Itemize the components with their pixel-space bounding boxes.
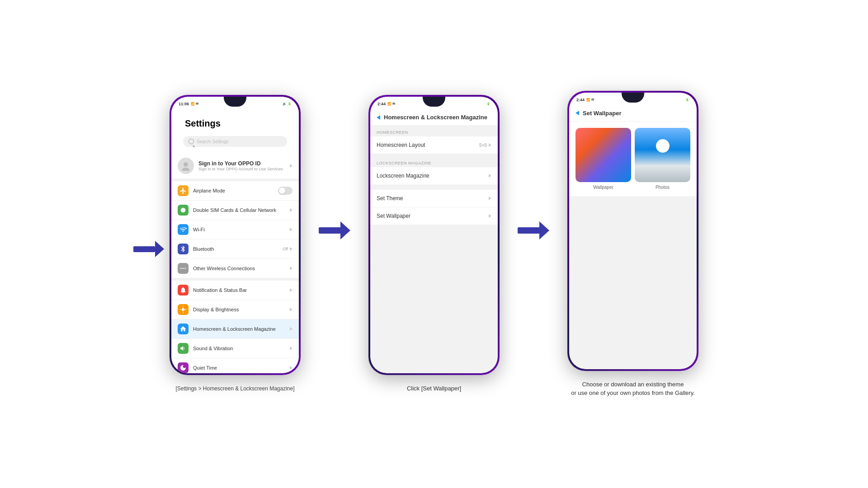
- settings-item-display[interactable]: Display & Brightness: [171, 300, 299, 319]
- phone2-frame: 2:44 📶 ✉ 🔋 Homescreen & Lockscreen Magaz…: [368, 95, 500, 375]
- bluetooth-label: Bluetooth: [193, 246, 278, 252]
- settings-item-quiet[interactable]: Quiet Time: [171, 358, 299, 373]
- set-theme-label: Set Theme: [377, 195, 403, 202]
- left-arrow-indicator: [133, 241, 164, 257]
- svg-point-2: [181, 208, 186, 213]
- account-sub: Sign in to Your OPPO Account to Use Serv…: [198, 167, 285, 171]
- quiet-label: Quiet Time: [193, 365, 285, 371]
- display-icon: [178, 304, 189, 315]
- lockscreen-menu-group: Lockscreen Magazine: [370, 167, 498, 184]
- lockscreen-magazine-item[interactable]: Lockscreen Magazine: [370, 167, 498, 184]
- lockscreen-magazine-label: Lockscreen Magazine: [377, 173, 429, 179]
- set-theme-item[interactable]: Set Theme: [370, 190, 498, 207]
- arrow-2: [518, 224, 549, 264]
- sim-icon: [178, 205, 189, 216]
- big-arrow-1: [319, 224, 350, 237]
- phone3-section: 2:44 📶 ✉ 🔋 Set Wallpaper: [567, 91, 698, 398]
- phone1-section: 11:06 📶 ✉ 🔊 🔋: [170, 95, 301, 393]
- svg-point-4: [183, 268, 184, 269]
- phone3-time: 2:44 📶 ✉: [576, 98, 594, 102]
- wireless-chevron: [290, 267, 292, 270]
- wallpaper-label-1: Wallpaper: [593, 185, 613, 190]
- settings-screen: Settings Search Settings: [171, 109, 299, 373]
- sim-label: Double SIM Cards & Cellular Network: [193, 207, 285, 213]
- search-bar[interactable]: Search Settings: [183, 136, 287, 147]
- settings-item-wifi[interactable]: Wi-Fi: [171, 220, 299, 239]
- settings-item-wireless[interactable]: Other Wireless Connections: [171, 259, 299, 278]
- sim-chevron: [290, 208, 292, 212]
- phone2-content: HOMESCREEN Homescreen Layout 5×6: [370, 126, 498, 373]
- account-text: Sign in to Your OPPO ID Sign in to Your …: [198, 160, 285, 171]
- avatar: [178, 158, 194, 174]
- wifi-chevron: [290, 228, 292, 231]
- wifi-icon: [178, 224, 189, 235]
- phone2-title: Homescreen & Lockscreen Magazine: [384, 114, 491, 121]
- homescreen-layout-label: Homescreen Layout: [377, 142, 425, 148]
- phone3-inner: 2:44 📶 ✉ 🔋 Set Wallpaper: [569, 93, 697, 369]
- phone2-header: Homescreen & Lockscreen Magazine: [370, 109, 498, 126]
- airplane-icon: [178, 185, 189, 196]
- phone2-screen: 2:44 📶 ✉ 🔋 Homescreen & Lockscreen Magaz…: [370, 97, 498, 373]
- homescreen-menu-group: Homescreen Layout 5×6: [370, 136, 498, 154]
- big-arrow-2: [518, 224, 549, 237]
- arrow-body: [133, 246, 155, 252]
- settings-item-homescreen[interactable]: Homescreen & Lockscreen Magazine: [171, 319, 299, 339]
- sound-icon: [178, 343, 189, 354]
- notification-label: Notification & Status Bar: [193, 287, 285, 293]
- account-chevron: [290, 164, 292, 168]
- settings-title-bar: Settings Search Settings: [171, 109, 299, 153]
- settings-item-airplane[interactable]: Airplane Mode: [171, 181, 299, 201]
- wallpaper-thumb-1: [576, 128, 631, 182]
- quiet-icon: [178, 362, 189, 373]
- wallpaper-label-2: Photos: [656, 185, 670, 190]
- bluetooth-chevron: [290, 247, 292, 251]
- arrow-1: [319, 224, 350, 264]
- phone3-back-button[interactable]: [576, 111, 579, 115]
- wallpaper-grid: Wallpaper Photos: [569, 122, 697, 196]
- settings-group-1: Airplane Mode: [171, 181, 299, 278]
- main-container: 11:06 📶 ✉ 🔊 🔋: [0, 73, 868, 416]
- settings-item-sound[interactable]: Sound & Vibration: [171, 339, 299, 358]
- phone2-caption: Click [Set Wallpaper]: [407, 384, 461, 393]
- phone1-screen: 11:06 📶 ✉ 🔊 🔋: [171, 97, 299, 373]
- phone3-caption: Choose or download an existing theme or …: [571, 380, 695, 398]
- wifi-label: Wi-Fi: [193, 227, 285, 232]
- back-button[interactable]: [377, 115, 380, 120]
- lockscreen-section-label: LOCKSCREEN MAGAZINE: [370, 156, 498, 167]
- arrow-head: [155, 241, 164, 257]
- quiet-chevron: [290, 366, 292, 370]
- phone2-section: 2:44 📶 ✉ 🔋 Homescreen & Lockscreen Magaz…: [368, 95, 500, 393]
- settings-title: Settings: [178, 113, 292, 132]
- airplane-label: Airplane Mode: [193, 188, 274, 193]
- display-chevron: [290, 308, 292, 311]
- phone1-frame: 11:06 📶 ✉ 🔊 🔋: [170, 95, 301, 375]
- account-row[interactable]: Sign in to Your OPPO ID Sign in to Your …: [171, 153, 299, 178]
- settings-item-sim[interactable]: Double SIM Cards & Cellular Network: [171, 201, 299, 220]
- homescreen-layout-item[interactable]: Homescreen Layout 5×6: [370, 136, 498, 154]
- avatar-svg: [181, 161, 191, 171]
- bluetooth-icon: [178, 244, 189, 254]
- airplane-toggle[interactable]: [278, 187, 292, 195]
- homescreen-layout-value: 5×6: [479, 143, 491, 148]
- theme-wallpaper-group: Set Theme Set Wallpaper: [370, 190, 498, 225]
- phone1-wrapper: 11:06 📶 ✉ 🔊 🔋: [170, 95, 301, 375]
- svg-point-1: [182, 168, 189, 171]
- wallpaper-item-1[interactable]: Wallpaper: [576, 128, 631, 190]
- settings-item-notification[interactable]: Notification & Status Bar: [171, 281, 299, 300]
- phone2-status-icons: 🔋: [486, 102, 491, 106]
- settings-item-bluetooth[interactable]: Bluetooth Off: [171, 239, 299, 259]
- phone3-screen: 2:44 📶 ✉ 🔋 Set Wallpaper: [569, 93, 697, 369]
- homescreen-chevron: [290, 327, 292, 331]
- bluetooth-value: Off: [283, 247, 292, 251]
- display-label: Display & Brightness: [193, 307, 285, 312]
- phone2-wrapper: 2:44 📶 ✉ 🔋 Homescreen & Lockscreen Magaz…: [368, 95, 500, 375]
- set-wallpaper-item[interactable]: Set Wallpaper: [370, 207, 498, 225]
- phone1-status-icons: 🔊 🔋: [283, 102, 292, 106]
- phone1-inner: 11:06 📶 ✉ 🔊 🔋: [171, 97, 299, 373]
- settings-group-2: Notification & Status Bar Display & B: [171, 281, 299, 373]
- theme-chevron: [489, 197, 491, 200]
- wallpaper-item-2[interactable]: Photos: [635, 128, 690, 190]
- moon-shape: [656, 139, 670, 153]
- notification-chevron: [290, 288, 292, 292]
- homescreen-label: Homescreen & Lockscreen Magazine: [193, 326, 285, 332]
